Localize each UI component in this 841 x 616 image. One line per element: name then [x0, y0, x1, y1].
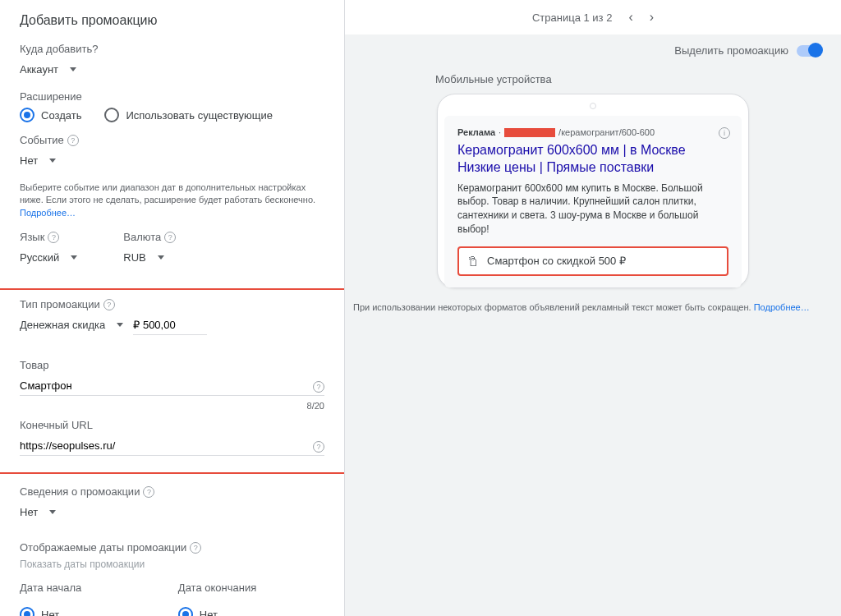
promo-text: Смартфон со скидкой 500 ₽ — [487, 255, 626, 267]
caret-down-icon — [49, 510, 56, 514]
promo-highlight-box: Тип промоакции ? Денежная скидка Товар ?… — [0, 288, 345, 474]
caret-down-icon — [71, 255, 77, 260]
promo-details-dropdown[interactable]: Нет — [20, 503, 56, 522]
preview-disclaimer: При использовании некоторых форматов объ… — [345, 288, 841, 327]
extension-label: Расширение — [20, 90, 324, 103]
help-icon[interactable]: ? — [143, 486, 154, 498]
event-label: Событие ? — [20, 134, 324, 146]
extension-create-label: Создать — [41, 109, 81, 122]
add-to-label: Куда добавить? — [20, 43, 324, 55]
product-input[interactable] — [20, 376, 324, 396]
promo-type-dropdown[interactable]: Денежная скидка — [20, 315, 123, 334]
event-dropdown[interactable]: Нет — [20, 151, 56, 170]
radio-checked-icon — [178, 607, 193, 616]
promo-details-value: Нет — [20, 506, 38, 518]
pager-prev[interactable]: ‹ — [628, 10, 632, 25]
help-icon[interactable]: ? — [103, 299, 115, 310]
disclaimer-link[interactable]: Подробнее… — [754, 302, 810, 312]
language-dropdown[interactable]: Русский — [20, 248, 77, 267]
amount-input[interactable] — [133, 315, 207, 335]
ad-card: i Реклама· /керамогранит/600-600 Керамог… — [444, 116, 742, 287]
highlight-label: Выделить промоакцию — [674, 44, 788, 57]
ad-title[interactable]: Керамогранит 600х600 мм | в Москве Низки… — [457, 142, 728, 177]
ad-description: Керамогранит 600х600 мм купить в Москве.… — [457, 182, 728, 237]
url-input[interactable] — [20, 436, 324, 456]
start-none-radio[interactable]: Нет — [20, 607, 129, 616]
help-icon[interactable]: ? — [48, 232, 59, 243]
start-none-label: Нет — [41, 609, 59, 616]
currency-dropdown[interactable]: RUB — [123, 248, 163, 267]
phone-preview: i Реклама· /керамогранит/600-600 Керамог… — [437, 94, 749, 288]
caret-down-icon — [70, 67, 76, 71]
preview-label: Мобильные устройства — [435, 73, 841, 85]
highlight-toggle[interactable] — [797, 45, 821, 57]
language-value: Русский — [20, 251, 59, 264]
product-counter: 8/20 — [20, 401, 324, 411]
promo-details-label: Сведения о промоакции ? — [20, 485, 324, 498]
promo-extension[interactable]: 🏷 Смартфон со скидкой 500 ₽ — [457, 246, 728, 276]
currency-label: Валюта ? — [123, 231, 176, 243]
event-hint: Выберите событие или диапазон дат в допо… — [20, 182, 324, 219]
end-none-radio[interactable]: Нет — [178, 607, 287, 616]
caret-down-icon — [117, 323, 123, 327]
start-date-label: Дата начала — [20, 582, 129, 594]
url-label: Конечный URL — [20, 419, 324, 431]
extension-existing-radio[interactable]: Использовать существующие — [104, 108, 273, 122]
tag-icon: 🏷 — [466, 255, 480, 267]
extension-create-radio[interactable]: Создать — [20, 108, 81, 122]
language-label: Язык ? — [20, 231, 77, 243]
product-label: Товар — [20, 359, 324, 371]
dates-label: Отображаемые даты промоакции ? — [20, 541, 324, 554]
redacted-domain — [504, 128, 555, 137]
add-to-value: Аккаунт — [20, 63, 58, 76]
dates-sub: Показать даты промоакции — [20, 559, 324, 570]
currency-value: RUB — [123, 251, 145, 264]
help-icon[interactable]: ? — [164, 232, 176, 243]
add-to-dropdown[interactable]: Аккаунт — [20, 60, 76, 79]
pager: Страница 1 из 2 ‹ › — [345, 0, 841, 34]
pager-next[interactable]: › — [650, 10, 654, 25]
radio-checked-icon — [20, 108, 34, 122]
promo-type-label: Тип промоакции ? — [20, 298, 324, 310]
ad-url-line: Реклама· /керамогранит/600-600 — [457, 127, 728, 137]
event-hint-link[interactable]: Подробнее… — [20, 208, 76, 218]
caret-down-icon — [158, 255, 164, 260]
info-icon[interactable]: i — [719, 127, 730, 139]
caret-down-icon — [49, 159, 56, 163]
help-icon[interactable]: ? — [190, 542, 201, 554]
promo-type-value: Денежная скидка — [20, 319, 105, 331]
phone-camera-icon — [590, 103, 596, 109]
page-title: Добавить промоакцию — [20, 13, 324, 28]
event-value: Нет — [20, 154, 38, 167]
end-date-label: Дата окончания — [178, 582, 287, 594]
radio-checked-icon — [20, 607, 34, 616]
extension-existing-label: Использовать существующие — [126, 109, 273, 122]
radio-unchecked-icon — [104, 108, 119, 122]
help-icon[interactable]: ? — [67, 135, 79, 146]
end-none-label: Нет — [200, 609, 218, 616]
pager-text: Страница 1 из 2 — [532, 11, 612, 24]
